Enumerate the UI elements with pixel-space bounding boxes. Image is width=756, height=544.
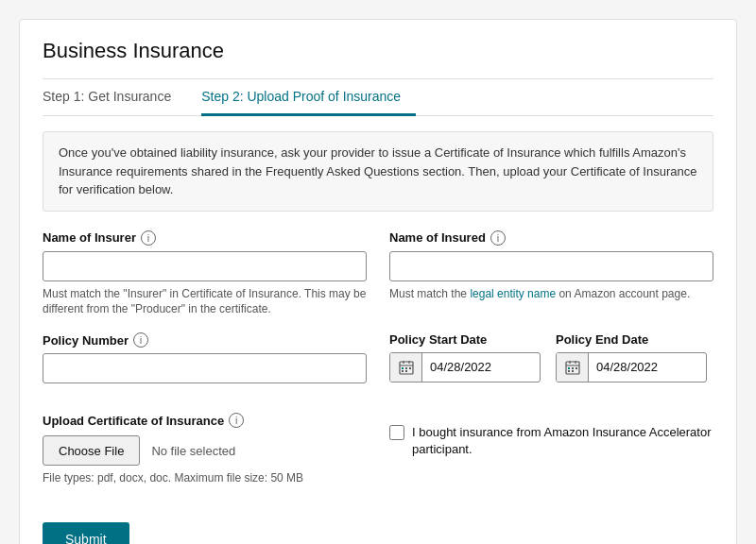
policy-number-input[interactable] xyxy=(43,353,367,383)
name-of-insurer-group: Name of Insurer i Must match the "Insure… xyxy=(43,230,367,318)
form-row-policy: Policy Number i Policy Start Date xyxy=(43,332,713,398)
policy-end-date-label: Policy End Date xyxy=(556,332,707,347)
svg-rect-13 xyxy=(568,367,570,369)
choose-file-button[interactable]: Choose File xyxy=(43,435,140,466)
svg-rect-7 xyxy=(402,370,404,372)
checkbox-group: I bought insurance from Amazon Insurance… xyxy=(389,413,713,458)
policy-start-date-value: 04/28/2022 xyxy=(422,353,499,382)
tab-step2[interactable]: Step 2: Upload Proof of Insurance xyxy=(201,79,416,116)
name-of-insurer-hint: Must match the "Insurer" in Certificate … xyxy=(43,286,367,318)
amazon-insurance-checkbox-group: I bought insurance from Amazon Insurance… xyxy=(389,420,713,458)
svg-rect-5 xyxy=(405,367,407,369)
tab-step1[interactable]: Step 1: Get Insurance xyxy=(43,79,186,116)
dates-row: Policy Start Date xyxy=(389,332,713,382)
svg-rect-15 xyxy=(576,367,577,369)
policy-start-date-label: Policy Start Date xyxy=(389,332,541,347)
policy-end-date-wrapper: 04/28/2022 xyxy=(556,352,707,382)
name-of-insured-hint: Must match the legal entity name on Amaz… xyxy=(389,286,713,302)
calendar-icon-2 xyxy=(565,360,580,375)
amazon-insurance-checkbox-label[interactable]: I bought insurance from Amazon Insurance… xyxy=(412,424,713,458)
policy-end-date-group: Policy End Date xyxy=(556,332,707,382)
amazon-insurance-checkbox[interactable] xyxy=(389,425,404,440)
name-of-insured-info-icon[interactable]: i xyxy=(490,230,506,246)
tabs-container: Step 1: Get Insurance Step 2: Upload Pro… xyxy=(43,79,713,116)
name-of-insured-group: Name of Insured i Must match the legal e… xyxy=(389,230,713,318)
info-box: Once you've obtained liability insurance… xyxy=(43,131,713,212)
svg-rect-8 xyxy=(405,370,407,372)
form-row-names: Name of Insurer i Must match the "Insure… xyxy=(43,230,713,318)
name-of-insurer-info-icon[interactable]: i xyxy=(141,230,156,246)
svg-rect-16 xyxy=(568,370,570,372)
info-box-text: Once you've obtained liability insurance… xyxy=(59,145,696,196)
form: Name of Insurer i Must match the "Insure… xyxy=(43,230,713,545)
policy-start-date-calendar-btn[interactable] xyxy=(390,353,422,382)
policy-end-date-calendar-btn[interactable] xyxy=(557,353,589,382)
page-title: Business Insurance xyxy=(43,39,713,63)
name-of-insured-label: Name of Insured i xyxy=(389,230,713,246)
upload-label: Upload Certificate of Insurance i xyxy=(43,413,367,428)
file-types-text: File types: pdf, docx, doc. Maximum file… xyxy=(43,471,367,484)
name-of-insured-input[interactable] xyxy=(389,251,713,281)
calendar-icon xyxy=(399,360,414,375)
submit-button[interactable]: Submit xyxy=(43,522,129,544)
policy-end-date-value: 04/28/2022 xyxy=(589,353,665,382)
policy-number-info-icon[interactable]: i xyxy=(133,332,148,348)
svg-rect-4 xyxy=(402,367,404,369)
upload-info-icon[interactable]: i xyxy=(229,413,244,428)
right-section: Policy Start Date xyxy=(389,332,713,398)
page-container: Business Insurance Step 1: Get Insurance… xyxy=(19,19,737,544)
upload-row: Choose File No file selected xyxy=(43,435,367,466)
policy-start-date-wrapper: 04/28/2022 xyxy=(389,352,541,382)
upload-section: Upload Certificate of Insurance i Choose… xyxy=(43,413,367,484)
policy-number-group: Policy Number i xyxy=(43,332,367,398)
form-row-upload: Upload Certificate of Insurance i Choose… xyxy=(43,413,713,500)
svg-rect-14 xyxy=(572,367,574,369)
name-of-insurer-input[interactable] xyxy=(43,251,367,281)
svg-rect-6 xyxy=(409,367,411,369)
legal-entity-link[interactable]: legal entity name xyxy=(470,287,556,300)
name-of-insurer-label: Name of Insurer i xyxy=(43,230,367,246)
svg-rect-17 xyxy=(572,370,574,372)
policy-start-date-group: Policy Start Date xyxy=(389,332,541,382)
no-file-text: No file selected xyxy=(151,444,235,458)
policy-number-label: Policy Number i xyxy=(43,332,367,348)
submit-row: Submit xyxy=(43,515,713,544)
